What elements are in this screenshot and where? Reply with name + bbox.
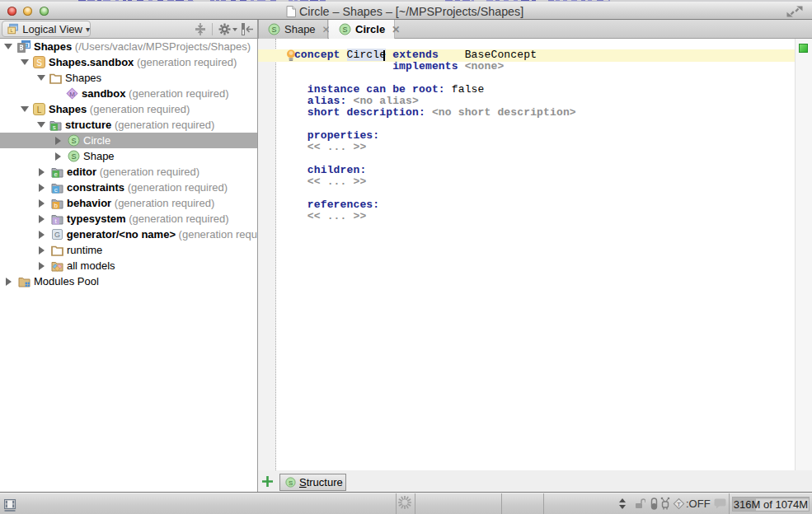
svg-text:G: G bbox=[54, 231, 60, 239]
svg-text:S: S bbox=[71, 152, 76, 161]
svg-text:e: e bbox=[54, 171, 58, 178]
svg-text:S: S bbox=[289, 479, 293, 487]
svg-text:S: S bbox=[271, 26, 276, 34]
svg-text:M: M bbox=[69, 91, 75, 98]
svg-text:S: S bbox=[71, 137, 76, 145]
svg-text:T: T bbox=[677, 501, 681, 508]
svg-text:L: L bbox=[11, 28, 13, 33]
svg-text:S: S bbox=[36, 58, 42, 68]
svg-text:b: b bbox=[54, 202, 58, 209]
svg-text:S: S bbox=[342, 26, 347, 34]
svg-text:L: L bbox=[37, 105, 42, 114]
svg-text:c: c bbox=[54, 186, 58, 194]
svg-text:s: s bbox=[53, 124, 56, 131]
